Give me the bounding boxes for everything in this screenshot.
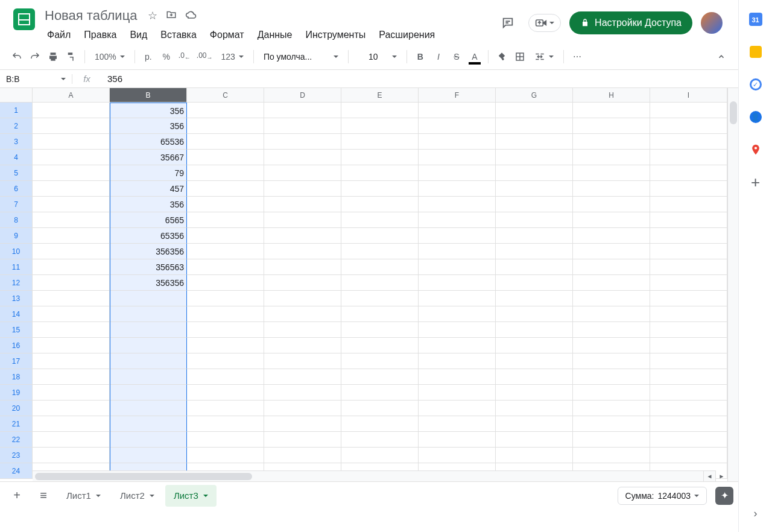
cell[interactable] xyxy=(264,118,341,134)
cell[interactable] xyxy=(496,275,573,291)
collapse-toolbar-button[interactable] xyxy=(713,48,730,66)
cell[interactable] xyxy=(496,322,573,338)
cell[interactable] xyxy=(33,322,110,338)
horizontal-scrollbar[interactable] xyxy=(33,470,715,481)
row-header[interactable]: 20 xyxy=(0,401,33,416)
cell[interactable] xyxy=(650,118,727,134)
cell[interactable] xyxy=(573,244,650,259)
cell[interactable]: 35667 xyxy=(110,150,187,165)
cell[interactable] xyxy=(341,275,419,291)
scroll-right-button[interactable]: ► xyxy=(715,470,727,481)
cell[interactable] xyxy=(33,353,110,369)
cell[interactable] xyxy=(110,401,187,416)
cell[interactable] xyxy=(650,228,727,244)
cell[interactable] xyxy=(264,103,341,118)
cell[interactable]: 356 xyxy=(110,197,187,212)
cell[interactable] xyxy=(573,432,650,448)
cell[interactable] xyxy=(650,353,727,369)
row-header[interactable]: 7 xyxy=(0,197,33,212)
cell[interactable] xyxy=(187,197,264,212)
cell[interactable] xyxy=(341,165,419,181)
cell[interactable] xyxy=(650,165,727,181)
row-header[interactable]: 4 xyxy=(0,150,33,165)
cell[interactable] xyxy=(650,197,727,212)
cell[interactable] xyxy=(264,369,341,385)
cell[interactable] xyxy=(341,197,419,212)
sheets-logo[interactable] xyxy=(12,7,36,31)
all-sheets-button[interactable]: ≡ xyxy=(31,485,55,507)
redo-button[interactable] xyxy=(27,48,43,66)
cell[interactable] xyxy=(187,353,264,369)
cell[interactable] xyxy=(496,353,573,369)
menu-view[interactable]: Вид xyxy=(124,27,153,43)
maps-icon[interactable] xyxy=(748,142,763,157)
cell[interactable] xyxy=(33,291,110,306)
row-header[interactable]: 8 xyxy=(0,212,33,228)
row-header[interactable]: 6 xyxy=(0,181,33,197)
row-header[interactable]: 22 xyxy=(0,432,33,448)
cell[interactable] xyxy=(187,291,264,306)
cell[interactable] xyxy=(573,212,650,228)
cell[interactable] xyxy=(264,134,341,150)
cell[interactable] xyxy=(264,353,341,369)
cell[interactable] xyxy=(33,228,110,244)
cell[interactable] xyxy=(496,103,573,118)
cell[interactable] xyxy=(110,306,187,322)
cell[interactable] xyxy=(573,228,650,244)
cell[interactable] xyxy=(573,369,650,385)
column-header-E[interactable]: E xyxy=(341,88,419,103)
cell[interactable] xyxy=(33,259,110,275)
menu-data[interactable]: Данные xyxy=(252,27,299,43)
cell[interactable] xyxy=(496,338,573,353)
cell[interactable] xyxy=(187,322,264,338)
cell[interactable] xyxy=(341,385,419,401)
cell[interactable] xyxy=(496,306,573,322)
cell[interactable] xyxy=(187,118,264,134)
cell[interactable] xyxy=(650,275,727,291)
cell[interactable] xyxy=(573,165,650,181)
row-header[interactable]: 24 xyxy=(0,463,33,479)
cell[interactable]: 457 xyxy=(110,181,187,197)
cell[interactable] xyxy=(573,150,650,165)
cell[interactable] xyxy=(419,181,496,197)
scroll-left-button[interactable]: ◄ xyxy=(703,470,715,481)
column-header-G[interactable]: G xyxy=(496,88,573,103)
row-header[interactable]: 21 xyxy=(0,416,33,432)
row-header[interactable]: 23 xyxy=(0,448,33,463)
cell[interactable] xyxy=(650,134,727,150)
chevron-down-icon[interactable] xyxy=(150,495,154,499)
decrease-decimal-button[interactable]: .0← xyxy=(176,48,193,66)
cell[interactable] xyxy=(419,118,496,134)
cell[interactable] xyxy=(341,353,419,369)
cell[interactable] xyxy=(341,259,419,275)
column-header-F[interactable]: F xyxy=(419,88,496,103)
cell[interactable] xyxy=(341,244,419,259)
menu-file[interactable]: Файл xyxy=(41,27,77,43)
name-box[interactable]: B:B xyxy=(0,74,72,84)
cell[interactable] xyxy=(650,385,727,401)
increase-decimal-button[interactable]: .00→ xyxy=(194,48,215,66)
cell[interactable]: 65356 xyxy=(110,228,187,244)
more-button[interactable]: ⋯ xyxy=(569,48,586,66)
cell[interactable] xyxy=(33,103,110,118)
cell[interactable] xyxy=(33,244,110,259)
add-sheet-button[interactable]: + xyxy=(5,485,29,507)
currency-button[interactable]: р. xyxy=(140,48,157,66)
strikethrough-button[interactable]: S xyxy=(448,48,465,66)
cell[interactable] xyxy=(650,338,727,353)
cell[interactable] xyxy=(650,181,727,197)
cell[interactable] xyxy=(650,448,727,463)
cell[interactable] xyxy=(341,338,419,353)
cell[interactable] xyxy=(419,432,496,448)
cell[interactable] xyxy=(264,165,341,181)
cell[interactable] xyxy=(496,212,573,228)
bold-button[interactable]: B xyxy=(412,48,429,66)
column-header-A[interactable]: A xyxy=(33,88,110,103)
undo-button[interactable] xyxy=(8,48,25,66)
cell[interactable] xyxy=(110,416,187,432)
cell[interactable] xyxy=(110,353,187,369)
cell[interactable] xyxy=(264,448,341,463)
cell[interactable] xyxy=(419,401,496,416)
cell[interactable] xyxy=(650,244,727,259)
cell[interactable] xyxy=(341,416,419,432)
